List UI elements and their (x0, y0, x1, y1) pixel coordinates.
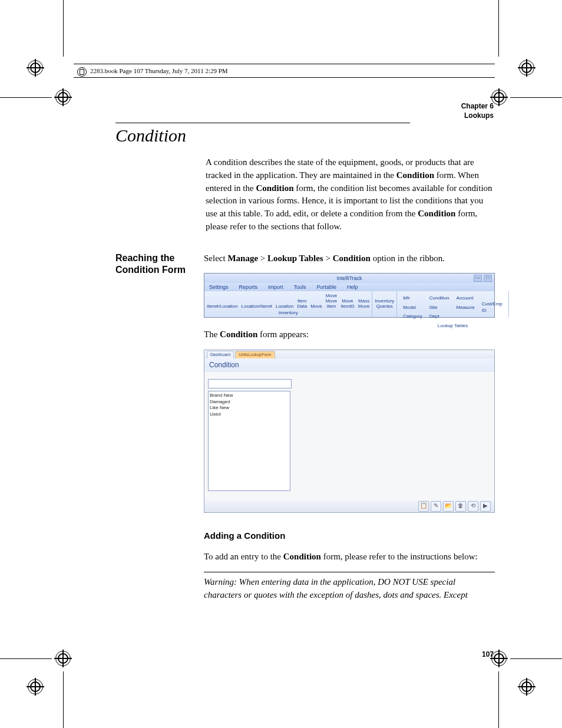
lookup-link: Model (403, 304, 422, 311)
app-title: IntelliTrack (336, 275, 362, 282)
reach-instruction: Select Manage > Lookup Tables > Conditio… (204, 252, 495, 265)
ribbon-group-caption: Lookup Tables (399, 322, 506, 330)
body-content: Condition A condition describes the stat… (115, 123, 495, 610)
lookup-link: Measure (457, 304, 475, 311)
menu-item: Tools (294, 284, 306, 291)
lookup-link: Mfr (403, 295, 422, 302)
crop-line (510, 658, 562, 659)
tab-dashboard: Dashboard (207, 351, 234, 358)
ribbon-button: Location (276, 304, 293, 309)
ribbon-button: Location/Item# (241, 304, 272, 309)
appears-text: The Condition form appears: (204, 328, 495, 341)
crop-mark (54, 650, 72, 667)
window-titlebar: IntelliTrack — □ (204, 274, 494, 283)
page-number: 107 (482, 650, 494, 658)
section-label: Lookups (461, 111, 494, 120)
ribbon-button: Item#/Location (207, 304, 237, 309)
lookup-link: Condition (429, 295, 449, 302)
running-header: Chapter 6 Lookups (461, 101, 494, 120)
tab-unitslookupform: UnitsLookupForm (235, 351, 275, 358)
form-toolbar: 📋 ✎ 📂 🗑 ⟲ ▶ (204, 500, 494, 512)
menu-item: Reports (239, 284, 258, 291)
crop-mark (518, 59, 535, 77)
list-item: Like New (210, 405, 289, 411)
list-item: Damaged (210, 399, 289, 405)
lookup-link: Category (403, 313, 422, 320)
form-body: Brand New Damaged Like New Used (204, 372, 494, 500)
ribbon-strip: Item#/Location Location/Item# Location I… (204, 291, 494, 317)
crop-line (498, 0, 499, 57)
lookup-link: Account (457, 295, 475, 302)
list-item: Used (210, 411, 289, 417)
condition-input (208, 379, 292, 388)
menu-item: Help (347, 284, 358, 291)
toolbar-undo-icon: ⟲ (468, 501, 478, 512)
side-heading: Reaching the Condition Form (115, 252, 187, 610)
subheading: Adding a Condition (204, 529, 495, 542)
toolbar-next-icon: ▶ (480, 501, 491, 512)
crop-mark (27, 678, 44, 696)
adding-paragraph: To add an entry to the Condition form, p… (204, 551, 495, 564)
section-title: Condition (115, 126, 495, 146)
menu-bar: Settings Reports Import Tools Portable H… (204, 283, 494, 291)
crop-line (0, 658, 52, 659)
crop-mark (54, 88, 72, 106)
side-heading-spacer (115, 156, 189, 242)
ribbon-button: Mass Move (358, 299, 370, 309)
toolbar-delete-icon: 🗑 (455, 501, 466, 512)
ribbon-button: Item Data (297, 299, 307, 309)
crop-line (63, 0, 64, 57)
section-rule (115, 123, 410, 123)
intro-paragraph: A condition describes the state of the e… (206, 156, 495, 233)
list-item: Brand New (210, 393, 289, 398)
crop-line (0, 97, 52, 98)
toolbar-open-icon: 📂 (443, 501, 454, 512)
crop-mark (518, 678, 535, 696)
chapter-label: Chapter 6 (461, 101, 494, 111)
condition-listbox: Brand New Damaged Like New Used (208, 391, 290, 491)
minimize-icon: — (474, 275, 482, 282)
ribbon-button: Move (310, 304, 322, 309)
menu-item: Portable (317, 284, 337, 291)
form-title: Condition (204, 358, 494, 372)
form-tabs: Dashboard UnitsLookupForm (204, 350, 494, 358)
ribbon-button: Move ItemID (340, 299, 355, 309)
ribbon-button: Inventory Queries (375, 299, 394, 309)
condition-form-screenshot: Dashboard UnitsLookupForm Condition Bran… (204, 350, 495, 513)
crop-mark (27, 59, 44, 77)
toolbar-edit-icon: ✎ (431, 501, 441, 512)
lookup-link: Site (429, 304, 449, 311)
crop-line (63, 671, 64, 728)
ribbon-button: Move Move Item (326, 294, 338, 309)
menu-item: Settings (209, 284, 229, 291)
warning-text: Warning: When entering data in the appli… (204, 572, 495, 602)
toolbar-copy-icon: 📋 (418, 501, 429, 512)
ribbon-group-caption: Inventory (207, 309, 369, 317)
file-tag-text: 2283.book Page 107 Thursday, July 7, 201… (90, 67, 228, 74)
maximize-icon: □ (484, 275, 492, 282)
document-page: { "file_tag": "2283.book Page 107 Thursd… (0, 0, 562, 728)
lookup-link: Cust/Emp ID (482, 301, 503, 314)
crop-line (510, 97, 562, 98)
menu-item: Import (268, 284, 283, 291)
crop-line (498, 671, 499, 728)
file-tag-header: 2283.book Page 107 Thursday, July 7, 201… (74, 64, 495, 78)
ribbon-screenshot: IntelliTrack — □ Settings Reports Import… (204, 273, 495, 318)
lookup-link: Dept (429, 313, 449, 320)
